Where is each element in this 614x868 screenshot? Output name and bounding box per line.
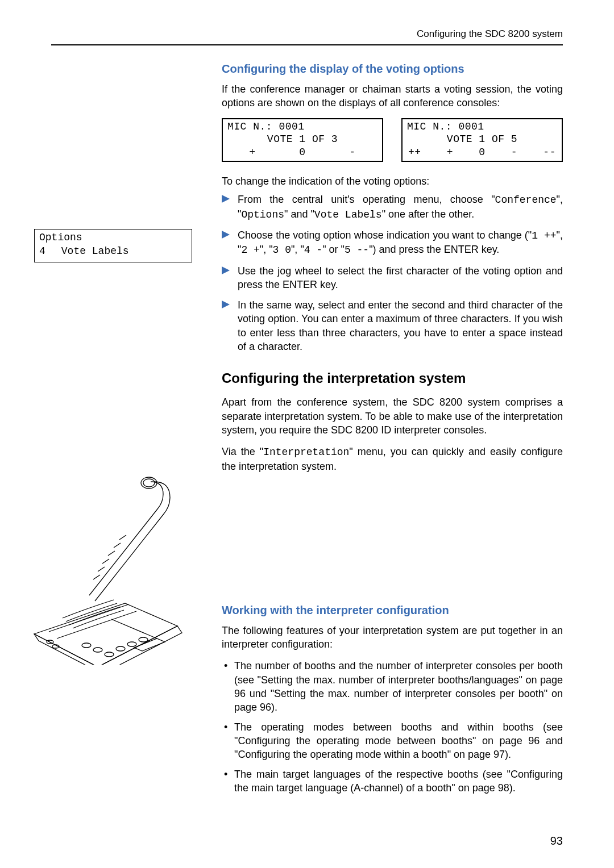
interpreter-console-illustration: [23, 471, 193, 667]
running-header: Configuring the SDC 8200 system: [51, 28, 563, 40]
t: ", ": [260, 244, 273, 255]
s2-p2: Via the "Interpretation" menu, you can q…: [222, 445, 563, 473]
s1-step3: Use the jog wheel to select the first ch…: [222, 264, 563, 292]
s1-step2: Choose the voting option whose indicatio…: [222, 228, 563, 257]
mono: Conference: [495, 194, 557, 206]
s3-bullets: The number of booths and the number of i…: [222, 659, 563, 795]
t: From the central unit's operating menu, …: [238, 194, 495, 205]
mono: Interpretation: [263, 446, 349, 458]
mono: 5 --: [345, 244, 369, 256]
s1-intro: If the conference manager or chaiman sta…: [222, 82, 563, 110]
sidebox-label: Vote Labels: [61, 244, 129, 258]
mono: Vote Labels: [314, 209, 382, 220]
triangle-bullet-icon: [222, 301, 230, 308]
t: Use the jog wheel to select the first ch…: [238, 265, 563, 290]
triangle-bullet-icon: [222, 195, 230, 203]
s1-steps: From the central unit's operating menu, …: [222, 193, 563, 353]
t: " one after the other.: [382, 208, 475, 220]
lcd-b-opt: 0: [479, 146, 485, 159]
lcd-b-opt: --: [543, 146, 556, 159]
svg-point-1: [143, 479, 155, 487]
s2-heading: Configuring the interpretation system: [222, 370, 563, 386]
s1-heading: Configuring the display of the voting op…: [222, 62, 563, 76]
s1-leadout: To change the indication of the voting o…: [222, 174, 563, 188]
lcd-b-line1: MIC N.: 0001: [407, 120, 557, 133]
svg-point-5: [116, 646, 125, 651]
svg-point-4: [105, 652, 114, 657]
lcd-a-line1: MIC N.: 0001: [227, 120, 377, 133]
triangle-bullet-icon: [222, 231, 230, 239]
sidebox-index: 4: [39, 244, 45, 258]
lcd-b-opts: ++ + 0 - --: [407, 146, 557, 159]
mono: 2 +: [241, 244, 259, 256]
s1-step4: In the same way, select and enter the se…: [222, 298, 563, 353]
mono: 1 ++: [532, 230, 556, 241]
svg-point-7: [139, 637, 148, 642]
s3-heading: Working with the interpreter configurati…: [222, 604, 563, 617]
t: In the same way, select and enter the se…: [238, 299, 563, 352]
t: Choose the voting option whose indicatio…: [238, 229, 532, 241]
mono: Options: [241, 209, 284, 220]
lcd-a-opt: 0: [299, 146, 305, 159]
t: Via the ": [222, 446, 263, 457]
lcd-panel-3opt: MIC N.: 0001 VOTE 1 OF 3 + 0 -: [222, 118, 383, 162]
s1-step1: From the central unit's operating menu, …: [222, 193, 563, 222]
t: " or ": [322, 244, 345, 255]
lcd-a-line2: VOTE 1 OF 3: [227, 133, 377, 146]
s3-b3: The main target languages of the respect…: [222, 767, 563, 795]
t: " and ": [284, 208, 314, 220]
s3-b1: The number of booths and the number of i…: [222, 659, 563, 714]
triangle-bullet-icon: [222, 266, 230, 274]
svg-point-2: [82, 643, 91, 648]
lcd-b-line2: VOTE 1 OF 5: [407, 133, 557, 146]
svg-point-6: [127, 642, 136, 646]
side-box-options: Options 4 Vote Labels: [34, 229, 192, 262]
header-rule: [51, 44, 563, 45]
page-number: 93: [550, 834, 563, 848]
mono: 4 -: [304, 244, 322, 256]
lcd-b-opt: -: [511, 146, 517, 159]
t: ") and press the ENTER key.: [369, 244, 499, 255]
lcd-a-opt: -: [349, 146, 355, 159]
s3-b2: The operating modes between booths and w…: [222, 720, 563, 762]
lcd-panel-5opt: MIC N.: 0001 VOTE 1 OF 5 ++ + 0 - --: [401, 118, 563, 162]
lcd-a-opt: +: [249, 146, 255, 159]
lcd-b-opt: +: [447, 146, 453, 159]
svg-point-3: [93, 648, 102, 652]
s3-intro: The following features of your interpret…: [222, 624, 563, 652]
sidebox-title: Options: [39, 231, 187, 244]
s2-p1: Apart from the conference system, the SD…: [222, 395, 563, 437]
lcd-b-opt: ++: [408, 146, 421, 159]
lcd-row: MIC N.: 0001 VOTE 1 OF 3 + 0 - MIC N.: 0…: [222, 118, 563, 162]
mono: 3 0: [273, 244, 291, 256]
t: ", ": [291, 244, 304, 255]
lcd-a-opts: + 0 -: [227, 146, 377, 159]
